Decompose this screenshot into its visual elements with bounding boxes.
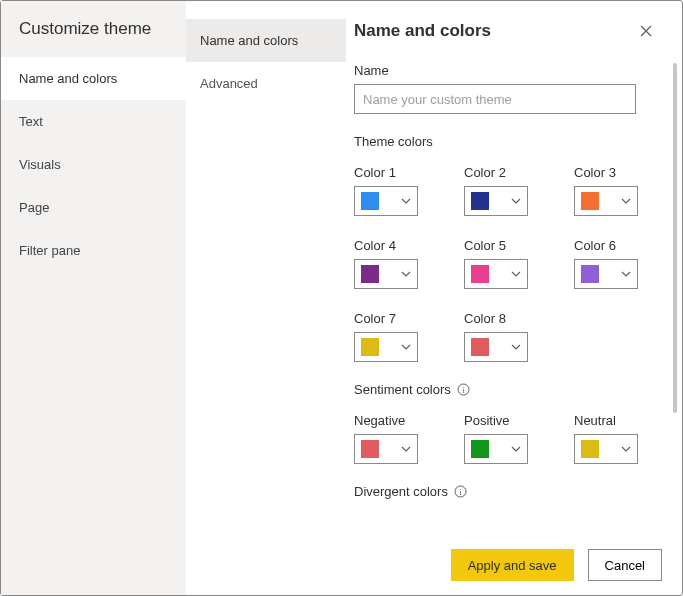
color-swatch <box>361 338 379 356</box>
tab-name-and-colors[interactable]: Name and colors <box>186 19 346 62</box>
dialog-title: Customize theme <box>1 1 186 57</box>
info-icon[interactable]: i <box>454 485 468 499</box>
theme-color-label: Color 3 <box>574 165 664 180</box>
sentiment-color-cell: Neutral <box>574 405 664 464</box>
sidebar-item-name-and-colors[interactable]: Name and colors <box>1 57 186 100</box>
theme-colors-label: Theme colors <box>354 134 654 149</box>
theme-color-label: Color 8 <box>464 311 554 326</box>
content-scroll: Name Theme colors Color 1Color 2Color 3C… <box>346 51 682 595</box>
sidebar-item-text[interactable]: Text <box>1 100 186 143</box>
sentiment-color-cell: Positive <box>464 405 554 464</box>
close-icon <box>640 25 652 37</box>
theme-color-cell: Color 2 <box>464 157 554 216</box>
chevron-down-icon <box>621 269 631 279</box>
close-button[interactable] <box>634 19 658 43</box>
sub-nav: Name and colors Advanced <box>186 1 346 595</box>
theme-name-input[interactable] <box>354 84 636 114</box>
sidebar-item-filter-pane[interactable]: Filter pane <box>1 229 186 272</box>
theme-color-picker[interactable] <box>354 332 418 362</box>
color-swatch <box>471 192 489 210</box>
theme-color-label: Color 4 <box>354 238 444 253</box>
chevron-down-icon <box>401 444 411 454</box>
content-header: Name and colors <box>346 1 682 51</box>
theme-color-picker[interactable] <box>574 259 638 289</box>
sentiment-color-picker[interactable] <box>574 434 638 464</box>
chevron-down-icon <box>621 196 631 206</box>
color-swatch <box>361 192 379 210</box>
chevron-down-icon <box>511 196 521 206</box>
theme-color-picker[interactable] <box>464 259 528 289</box>
divergent-colors-label: Divergent colors i <box>354 484 654 499</box>
sentiment-color-picker[interactable] <box>354 434 418 464</box>
theme-color-cell: Color 3 <box>574 157 664 216</box>
chevron-down-icon <box>511 444 521 454</box>
theme-color-picker[interactable] <box>354 186 418 216</box>
theme-color-label: Color 7 <box>354 311 444 326</box>
sidebar-item-page[interactable]: Page <box>1 186 186 229</box>
sidebar-item-visuals[interactable]: Visuals <box>1 143 186 186</box>
theme-color-picker[interactable] <box>354 259 418 289</box>
sidebar-left: Customize theme Name and colors Text Vis… <box>1 1 186 595</box>
sentiment-color-picker[interactable] <box>464 434 528 464</box>
color-swatch <box>471 265 489 283</box>
chevron-down-icon <box>621 444 631 454</box>
theme-color-cell: Color 6 <box>574 230 664 289</box>
sentiment-color-cell: Negative <box>354 405 444 464</box>
name-label: Name <box>354 63 654 78</box>
apply-and-save-button[interactable]: Apply and save <box>451 549 574 581</box>
theme-color-label: Color 5 <box>464 238 554 253</box>
divergent-colors-text: Divergent colors <box>354 484 448 499</box>
theme-color-cell: Color 8 <box>464 303 554 362</box>
theme-color-label: Color 6 <box>574 238 664 253</box>
scrollbar[interactable] <box>673 63 677 413</box>
theme-color-label: Color 1 <box>354 165 444 180</box>
color-swatch <box>361 265 379 283</box>
theme-color-picker[interactable] <box>464 186 528 216</box>
cancel-button[interactable]: Cancel <box>588 549 662 581</box>
color-swatch <box>581 265 599 283</box>
sentiment-color-label: Negative <box>354 413 444 428</box>
svg-text:i: i <box>460 488 463 497</box>
tab-advanced[interactable]: Advanced <box>186 62 346 105</box>
theme-color-label: Color 2 <box>464 165 554 180</box>
chevron-down-icon <box>401 269 411 279</box>
chevron-down-icon <box>401 196 411 206</box>
sentiment-color-label: Neutral <box>574 413 664 428</box>
theme-color-picker[interactable] <box>574 186 638 216</box>
theme-color-cell: Color 4 <box>354 230 444 289</box>
color-swatch <box>361 440 379 458</box>
color-swatch <box>581 440 599 458</box>
color-swatch <box>471 440 489 458</box>
svg-text:i: i <box>463 386 466 395</box>
theme-color-cell: Color 7 <box>354 303 444 362</box>
theme-color-picker[interactable] <box>464 332 528 362</box>
color-swatch <box>471 338 489 356</box>
chevron-down-icon <box>511 342 521 352</box>
sentiment-colors-text: Sentiment colors <box>354 382 451 397</box>
content-title: Name and colors <box>354 21 634 41</box>
customize-theme-dialog: Customize theme Name and colors Text Vis… <box>0 0 683 596</box>
theme-color-cell: Color 5 <box>464 230 554 289</box>
chevron-down-icon <box>511 269 521 279</box>
chevron-down-icon <box>401 342 411 352</box>
theme-color-grid: Color 1Color 2Color 3Color 4Color 5Color… <box>354 157 654 362</box>
dialog-footer: Apply and save Cancel <box>451 549 662 581</box>
content-pane: Name and colors Name Theme colors Color … <box>346 1 682 595</box>
info-icon[interactable]: i <box>457 383 471 397</box>
sentiment-color-label: Positive <box>464 413 554 428</box>
color-swatch <box>581 192 599 210</box>
sentiment-colors-label: Sentiment colors i <box>354 382 654 397</box>
sentiment-color-grid: NegativePositiveNeutral <box>354 405 654 464</box>
theme-color-cell: Color 1 <box>354 157 444 216</box>
